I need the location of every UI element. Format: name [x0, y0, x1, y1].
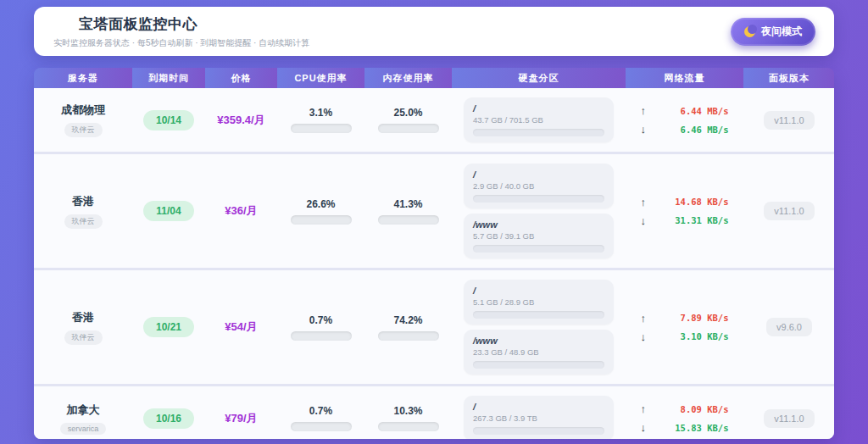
table-row[interactable]: 加拿大 servarica 10/16 ¥79/月 0.7% 10.3% / 2… [34, 386, 834, 439]
version-cell: v11.1.0 [743, 202, 834, 220]
column-header-disk: 硬盘分区 [452, 68, 626, 88]
cpu-progress-bar [291, 124, 352, 133]
download-line: ↓ 31.31 KB/s [641, 215, 729, 226]
network-cell: ↑ 14.68 KB/s ↓ 31.31 KB/s [626, 197, 743, 226]
column-header-version: 面板版本 [743, 68, 834, 88]
expiry-cell: 11/04 [132, 201, 205, 221]
cpu-cell: 0.7% [277, 314, 364, 341]
price-text: ¥359.4/月 [217, 113, 264, 128]
disk-partition: /www 23.3 GB / 48.9 GB [464, 330, 614, 375]
cpu-percent-label: 0.7% [309, 405, 332, 417]
server-name: 加拿大 [67, 402, 100, 418]
table-row[interactable]: 香港 玖伴云 11/04 ¥36/月 26.6% 41.3% / 2.9 GB … [34, 154, 834, 268]
disk-progress-bar [473, 195, 604, 203]
memory-progress-bar [378, 124, 439, 133]
upload-arrow-icon: ↑ [641, 313, 647, 324]
memory-progress-bar [378, 422, 439, 431]
upload-arrow-icon: ↑ [641, 105, 647, 116]
disk-progress-bar [473, 361, 604, 369]
server-name: 香港 [72, 310, 94, 325]
download-arrow-icon: ↓ [641, 215, 647, 226]
network-cell: ↑ 6.44 MB/s ↓ 6.46 MB/s [626, 105, 743, 135]
cpu-percent-label: 0.7% [309, 314, 332, 326]
provider-tag: servarica [60, 423, 107, 435]
memory-cell: 41.3% [364, 198, 452, 225]
table-row[interactable]: 香港 玖伴云 10/21 ¥54/月 0.7% 74.2% / 5.1 GB /… [34, 270, 834, 384]
upload-speed: 14.68 KB/s [675, 197, 728, 207]
price-cell: ¥36/月 [205, 203, 277, 219]
disk-cell: / 43.7 GB / 701.5 GB [452, 93, 626, 147]
table-header: 服务器 到期时间 价格 CPU使用率 内存使用率 硬盘分区 网络流量 面板版本 [34, 68, 834, 88]
price-cell: ¥54/月 [205, 319, 277, 335]
disk-mount-point: / [473, 169, 604, 180]
server-cell: 加拿大 servarica [34, 402, 132, 435]
disk-mount-point: /www [473, 219, 604, 230]
moon-icon [744, 26, 755, 37]
disk-usage-text: 43.7 GB / 701.5 GB [473, 115, 604, 125]
memory-cell: 25.0% [364, 107, 452, 133]
download-arrow-icon: ↓ [641, 124, 647, 135]
upload-line: ↑ 7.89 KB/s [641, 313, 729, 324]
night-mode-label: 夜间模式 [761, 25, 802, 39]
disk-usage-text: 267.3 GB / 3.9 TB [473, 413, 604, 423]
memory-percent-label: 10.3% [393, 405, 422, 417]
version-badge: v11.1.0 [764, 409, 814, 428]
disk-cell: / 5.1 GB / 28.9 GB /www 23.3 GB / 48.9 G… [452, 275, 626, 379]
download-speed: 3.10 KB/s [681, 331, 729, 341]
download-line: ↓ 6.46 MB/s [641, 124, 729, 135]
memory-percent-label: 41.3% [393, 198, 422, 210]
disk-mount-point: / [473, 402, 604, 412]
download-arrow-icon: ↓ [641, 422, 647, 433]
provider-tag: 玖伴云 [64, 214, 103, 229]
download-line: ↓ 15.83 KB/s [641, 422, 729, 433]
cpu-percent-label: 26.6% [306, 198, 335, 210]
column-header-price: 价格 [205, 68, 277, 88]
column-header-network: 网络流量 [626, 68, 743, 88]
memory-progress-bar [378, 215, 439, 225]
download-speed: 31.31 KB/s [675, 215, 728, 225]
cpu-percent-label: 3.1% [309, 107, 332, 119]
download-line: ↓ 3.10 KB/s [641, 331, 729, 342]
version-badge: v11.1.0 [764, 111, 814, 130]
download-arrow-icon: ↓ [641, 331, 647, 342]
upload-line: ↑ 8.09 KB/s [641, 403, 729, 414]
server-cell: 香港 玖伴云 [34, 310, 132, 345]
table-row[interactable]: 成都物理 玖伴云 10/14 ¥359.4/月 3.1% 25.0% / 43.… [34, 88, 834, 152]
disk-usage-text: 5.7 GB / 39.1 GB [473, 231, 604, 241]
expiry-badge: 11/04 [143, 201, 193, 221]
column-header-expiry: 到期时间 [132, 68, 205, 88]
version-cell: v11.1.0 [743, 111, 834, 130]
price-text: ¥54/月 [225, 319, 257, 335]
header-left: 宝塔面板监控中心 实时监控服务器状态 · 每5秒自动刷新 · 到期智能提醒 · … [53, 14, 309, 49]
provider-tag: 玖伴云 [64, 330, 103, 345]
monitor-icon [53, 16, 71, 32]
version-badge: v11.1.0 [764, 202, 814, 220]
price-text: ¥36/月 [225, 203, 257, 219]
upload-arrow-icon: ↑ [641, 197, 647, 208]
page-subtitle: 实时监控服务器状态 · 每5秒自动刷新 · 到期智能提醒 · 自动续期计算 [53, 37, 309, 49]
server-cell: 成都物理 玖伴云 [34, 103, 132, 137]
disk-partition: / 5.1 GB / 28.9 GB [464, 280, 614, 325]
night-mode-button[interactable]: 夜间模式 [731, 18, 815, 46]
price-cell: ¥359.4/月 [205, 113, 277, 128]
column-header-cpu: CPU使用率 [277, 68, 364, 88]
cpu-cell: 0.7% [277, 405, 364, 431]
upload-speed: 8.09 KB/s [681, 404, 729, 414]
disk-cell: / 267.3 GB / 3.9 TB [452, 391, 626, 439]
disk-partition: / 43.7 GB / 701.5 GB [464, 97, 614, 142]
upload-line: ↑ 6.44 MB/s [641, 105, 729, 116]
version-badge: v9.6.0 [766, 318, 812, 336]
disk-mount-point: / [473, 103, 604, 114]
expiry-badge: 10/21 [143, 317, 194, 337]
download-speed: 15.83 KB/s [675, 423, 728, 433]
disk-cell: / 2.9 GB / 40.0 GB /www 5.7 GB / 39.1 GB [452, 159, 626, 263]
server-name: 成都物理 [61, 103, 105, 118]
expiry-cell: 10/14 [132, 110, 205, 130]
upload-speed: 7.89 KB/s [681, 313, 729, 323]
cpu-cell: 3.1% [277, 107, 364, 133]
expiry-badge: 10/14 [143, 110, 194, 130]
download-speed: 6.46 MB/s [681, 125, 729, 135]
disk-usage-text: 2.9 GB / 40.0 GB [473, 181, 604, 191]
cpu-progress-bar [291, 422, 352, 431]
expiry-badge: 10/16 [143, 408, 194, 429]
